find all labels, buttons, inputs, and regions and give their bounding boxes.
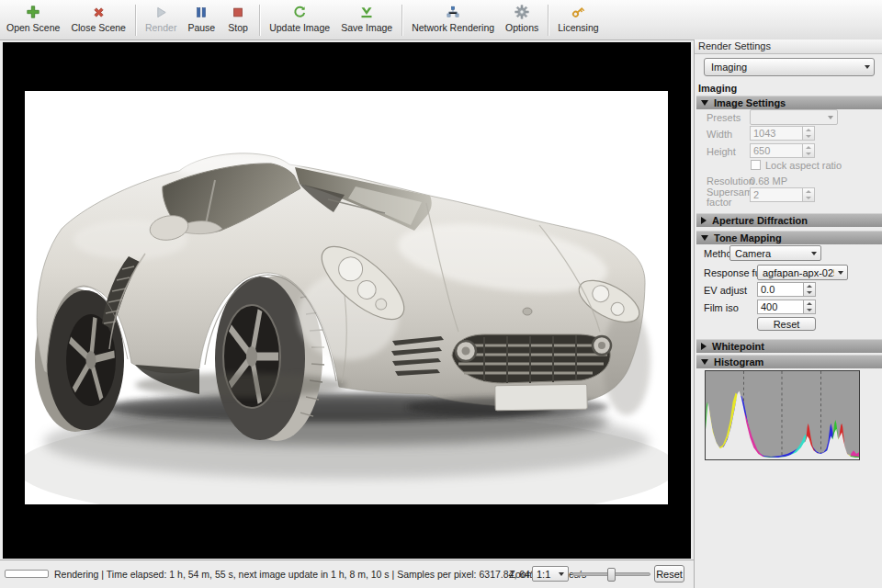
chevron-down-icon bbox=[828, 116, 833, 119]
triangle-down-icon bbox=[701, 100, 708, 106]
network-rendering-button[interactable]: Network Rendering bbox=[406, 2, 500, 39]
imaging-heading: Imaging bbox=[698, 83, 737, 94]
key-icon bbox=[571, 4, 585, 20]
chevron-down-icon bbox=[838, 271, 843, 275]
render-progress-bar bbox=[5, 570, 49, 578]
save-image-button[interactable]: Save Image bbox=[335, 2, 398, 39]
tonemapping-reset-button[interactable]: Reset bbox=[757, 317, 816, 331]
spin-down-icon[interactable] bbox=[803, 195, 814, 201]
presets-dropdown[interactable] bbox=[750, 109, 838, 125]
tone-mapping-section-header[interactable]: Tone Mapping bbox=[696, 231, 882, 244]
spin-up-icon[interactable] bbox=[804, 300, 815, 307]
width-input[interactable] bbox=[750, 126, 802, 141]
method-dropdown[interactable]: Camera bbox=[729, 245, 821, 261]
zoom-slider[interactable] bbox=[572, 572, 650, 576]
save-image-label: Save Image bbox=[341, 22, 392, 33]
supersampling-input[interactable] bbox=[750, 187, 802, 202]
stop-label: Stop bbox=[228, 22, 248, 33]
licensing-button[interactable]: Licensing bbox=[552, 2, 604, 39]
spin-down-icon[interactable] bbox=[803, 151, 814, 157]
spin-down-icon[interactable] bbox=[804, 289, 815, 296]
histogram-section-header[interactable]: Histogram bbox=[696, 355, 882, 368]
spin-up-icon[interactable] bbox=[803, 144, 814, 151]
triangle-down-icon bbox=[701, 359, 708, 365]
car-render-graphic bbox=[25, 91, 668, 504]
triangle-right-icon bbox=[701, 217, 707, 224]
main-toolbar: Open Scene Close Scene Render Pause bbox=[0, 0, 882, 40]
supersampling-spinner bbox=[802, 187, 815, 202]
height-spinbox bbox=[750, 143, 815, 158]
film-iso-label: Film iso bbox=[704, 302, 739, 313]
lock-aspect-checkbox[interactable] bbox=[751, 160, 761, 170]
update-image-button[interactable]: Update Image bbox=[264, 2, 335, 39]
close-scene-label: Close Scene bbox=[71, 22, 126, 33]
licensing-label: Licensing bbox=[558, 22, 598, 33]
histogram-header-label: Histogram bbox=[714, 356, 763, 368]
response-func-dropdown[interactable]: agfapan-apx-025CD bbox=[757, 265, 848, 280]
film-iso-input[interactable] bbox=[757, 300, 803, 314]
panel-title: Render Settings bbox=[695, 40, 882, 54]
chevron-down-icon bbox=[559, 572, 564, 576]
supersampling-spinbox bbox=[750, 187, 815, 202]
chevron-down-icon bbox=[865, 65, 870, 69]
zoom-reset-button[interactable]: Reset bbox=[654, 565, 684, 582]
open-scene-button[interactable]: Open Scene bbox=[1, 2, 65, 39]
ev-adjust-spinner bbox=[803, 282, 816, 297]
render-label: Render bbox=[145, 22, 176, 33]
save-image-icon bbox=[359, 4, 374, 20]
whitepoint-section-header[interactable]: Whitepoint bbox=[696, 339, 882, 353]
spin-up-icon[interactable] bbox=[803, 127, 814, 133]
settings-category-value: Imaging bbox=[711, 62, 747, 73]
settings-category-dropdown[interactable]: Imaging bbox=[704, 58, 875, 76]
toolbar-separator bbox=[259, 5, 260, 36]
chevron-down-icon bbox=[811, 252, 817, 255]
stop-button[interactable]: Stop bbox=[220, 2, 255, 39]
toolbar-separator bbox=[548, 5, 548, 36]
supersampling-label: Supersampling factor bbox=[707, 187, 749, 208]
stop-icon bbox=[232, 4, 244, 20]
spin-up-icon[interactable] bbox=[803, 188, 814, 195]
method-value: Camera bbox=[735, 248, 771, 259]
close-scene-button[interactable]: Close Scene bbox=[65, 2, 131, 39]
height-input[interactable] bbox=[750, 143, 802, 158]
pause-label: Pause bbox=[187, 22, 215, 33]
network-icon bbox=[446, 4, 460, 20]
resolution-value: 0.68 MP bbox=[750, 175, 787, 187]
ev-adjust-input[interactable] bbox=[757, 282, 803, 297]
tone-mapping-header-label: Tone Mapping bbox=[714, 232, 782, 243]
toolbar-separator bbox=[401, 5, 402, 36]
film-iso-spinbox bbox=[757, 300, 816, 314]
zoom-level-dropdown[interactable]: 1:1 bbox=[532, 566, 569, 582]
gear-icon bbox=[514, 4, 529, 20]
play-icon bbox=[154, 4, 168, 20]
histogram-chart bbox=[705, 370, 860, 460]
image-settings-header-label: Image Settings bbox=[714, 97, 786, 108]
options-button[interactable]: Options bbox=[500, 2, 544, 39]
whitepoint-header-label: Whitepoint bbox=[712, 341, 764, 352]
open-scene-label: Open Scene bbox=[6, 22, 60, 33]
triangle-down-icon bbox=[701, 235, 708, 241]
lock-aspect-label: Lock aspect ratio bbox=[765, 160, 842, 171]
zoom-slider-handle[interactable] bbox=[607, 568, 616, 582]
spin-down-icon[interactable] bbox=[804, 307, 815, 313]
triangle-right-icon bbox=[701, 343, 707, 350]
resolution-label: Resolution bbox=[707, 175, 754, 187]
update-image-label: Update Image bbox=[269, 22, 330, 33]
close-icon bbox=[92, 4, 106, 20]
pause-icon bbox=[195, 4, 208, 20]
width-spinbox bbox=[750, 126, 815, 141]
image-settings-section-header[interactable]: Image Settings bbox=[696, 96, 882, 109]
options-label: Options bbox=[505, 22, 538, 33]
status-bar: Rendering | Time elapsed: 1 h, 54 m, 55 … bbox=[0, 560, 694, 588]
spin-up-icon[interactable] bbox=[804, 283, 815, 289]
spin-down-icon[interactable] bbox=[803, 133, 814, 140]
response-func-value: agfapan-apx-025CD bbox=[763, 267, 834, 278]
render-button[interactable]: Render bbox=[140, 2, 182, 39]
render-viewport bbox=[3, 42, 691, 559]
render-settings-panel: Render Settings Imaging Imaging Image Se… bbox=[694, 40, 882, 588]
aperture-diffraction-section-header[interactable]: Aperture Diffraction bbox=[696, 213, 882, 227]
pause-button[interactable]: Pause bbox=[182, 2, 220, 39]
rendered-image bbox=[25, 91, 668, 504]
refresh-icon bbox=[292, 4, 307, 20]
open-scene-plus-icon bbox=[26, 4, 40, 20]
